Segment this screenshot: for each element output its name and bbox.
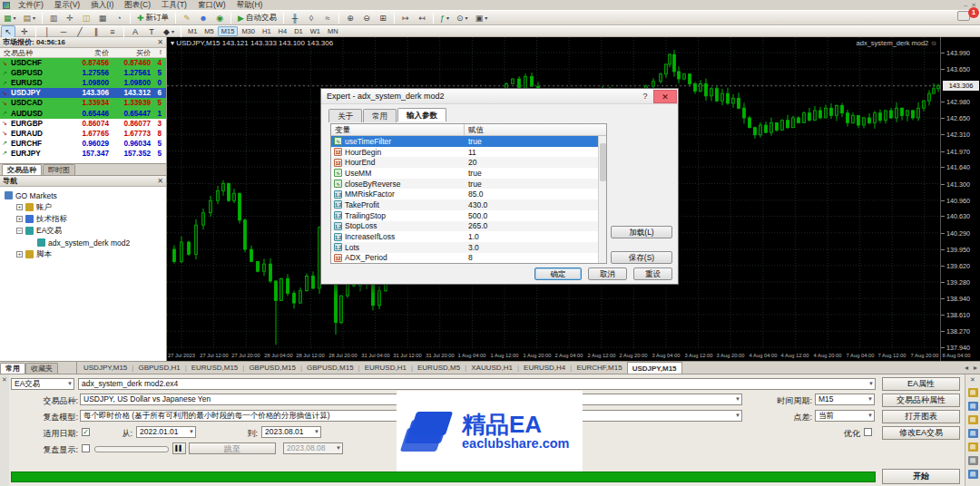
strategy-tester-toggle[interactable]: ◔: [112, 12, 126, 24]
tree-expander[interactable]: +: [16, 251, 23, 258]
chart-collapse-icon[interactable]: ▾: [171, 39, 174, 47]
market-watch-row[interactable]: ↗AUDUSD0.654460.654471: [0, 108, 166, 118]
table-scrollbar[interactable]: [598, 136, 606, 263]
market-watch-row[interactable]: ↘EURAUD1.677651.677738: [0, 129, 166, 139]
timeframe-h4[interactable]: H4: [275, 26, 291, 36]
chart-tab[interactable]: GBPUSD,H1: [133, 362, 184, 374]
column-spread[interactable]: !: [151, 48, 163, 57]
chart-tab[interactable]: XAUUSD,H1: [466, 362, 517, 374]
dock-icon[interactable]: ▤: [968, 388, 978, 397]
terminal-toggle[interactable]: ▦: [95, 12, 110, 24]
parameter-value[interactable]: 85.0: [465, 190, 606, 199]
menu-item[interactable]: 图表(C): [119, 0, 156, 10]
tester-ea-select[interactable]: adx_system_derk mod2.ex4▼: [78, 378, 876, 390]
use-date-checkbox[interactable]: ✓: [82, 428, 90, 436]
profiles-button[interactable]: ▤▾: [21, 12, 39, 24]
chart-tab[interactable]: GBPUSD,M15: [244, 362, 300, 374]
parameter-row[interactable]: 12HourBegin11: [331, 147, 606, 158]
tree-expander[interactable]: +: [16, 204, 23, 210]
timeframe-m1[interactable]: M1: [184, 26, 201, 36]
zoom-in-button[interactable]: ⊕: [343, 12, 358, 24]
parameter-row[interactable]: 1.2StopLoss265.0: [331, 221, 606, 232]
new-order-button[interactable]: ✚新订单: [134, 12, 172, 24]
chart-tab[interactable]: USDJPY,M15: [79, 362, 132, 374]
chart-candles-button[interactable]: ◊: [304, 12, 318, 24]
timeframe-m5[interactable]: M5: [201, 26, 217, 36]
new-chart-button[interactable]: ▦▾: [1, 12, 19, 24]
save-button[interactable]: 保存(S): [611, 251, 672, 264]
pause-button[interactable]: ▌▌: [172, 442, 186, 454]
parameter-value[interactable]: 265.0: [465, 221, 606, 230]
modify-ea-button[interactable]: 修改EA交易: [882, 426, 960, 440]
column-value[interactable]: 赋值: [465, 124, 606, 135]
navigator-node[interactable]: adx_system_derk mod2: [3, 237, 166, 248]
market-watch-row[interactable]: ↘USDJPY143.306143.3126: [0, 88, 166, 98]
parameter-row[interactable]: 1.2Lots3.0: [331, 242, 606, 253]
jump-button[interactable]: 跳至: [189, 442, 276, 454]
channel-tool[interactable]: ∥: [89, 25, 103, 38]
horizontal-line-tool[interactable]: ─: [56, 25, 71, 38]
text-label-tool[interactable]: T: [144, 25, 159, 38]
metaeditor-button[interactable]: ✎: [180, 12, 194, 24]
parameter-row[interactable]: 1.2TakeProfit430.0: [331, 199, 606, 210]
chart-tab[interactable]: EURUSD,H1: [360, 362, 411, 374]
close-icon[interactable]: ✕: [0, 376, 9, 384]
market-watch-toggle[interactable]: ▥: [46, 12, 61, 24]
close-icon[interactable]: ✕: [965, 376, 980, 384]
parameter-row[interactable]: 1.2IncreaseIfLoss1.0: [331, 231, 606, 242]
load-button[interactable]: 加载(L): [611, 226, 672, 238]
navigator-node[interactable]: −EA交易: [3, 225, 166, 237]
timeframe-w1[interactable]: W1: [307, 26, 324, 36]
dock-icon[interactable]: ▤: [968, 456, 978, 465]
parameter-value[interactable]: 20: [465, 158, 606, 167]
optimize-checkbox[interactable]: [864, 428, 872, 436]
market-watch-row[interactable]: ↗EURUSD1.098001.098000: [0, 78, 166, 88]
timeframe-m30[interactable]: M30: [238, 26, 259, 36]
tab-scroll-right-icon[interactable]: ▸: [971, 364, 980, 372]
parameter-value[interactable]: 11: [465, 148, 606, 157]
navigator-node[interactable]: +脚本: [3, 248, 166, 260]
community-button[interactable]: ☻: [196, 12, 211, 24]
chart-tab[interactable]: EURUSD,M15: [187, 362, 243, 374]
autotrading-button[interactable]: ▶自动交易: [235, 12, 279, 24]
timeframe-m15[interactable]: M15: [218, 26, 239, 36]
navigator-tab[interactable]: 常用: [0, 363, 25, 374]
periods-button[interactable]: ⊙▾: [454, 12, 471, 24]
market-watch-row[interactable]: ↗EURCHF0.960290.960345: [0, 139, 166, 149]
navigator-node[interactable]: +技术指标: [3, 213, 166, 225]
dock-icon[interactable]: ▤: [968, 442, 978, 452]
market-watch-row[interactable]: ↘EURGBP0.860740.860773: [0, 119, 166, 129]
column-bid[interactable]: 卖价: [65, 48, 109, 57]
timeframe-d1[interactable]: D1: [290, 26, 307, 36]
cursor-tool[interactable]: ↖: [1, 25, 15, 38]
chart-bars-button[interactable]: ╫: [288, 12, 302, 24]
indicators-button[interactable]: ƒ▾: [437, 12, 452, 24]
parameter-row[interactable]: 1.2MMRiskFactor85.0: [331, 189, 606, 199]
cancel-button[interactable]: 取消: [588, 267, 627, 280]
dock-icon[interactable]: ▤: [968, 429, 978, 438]
parameter-value[interactable]: true: [465, 169, 606, 178]
close-button[interactable]: ✕: [653, 90, 677, 103]
dialog-tab[interactable]: 常用: [363, 109, 397, 122]
close-icon[interactable]: ✕: [157, 177, 163, 185]
timeframe-mn[interactable]: MN: [324, 26, 342, 36]
visual-speed-slider[interactable]: [94, 446, 169, 452]
dialog-titlebar[interactable]: Expert - adx_system_derk mod2 ? ✕: [321, 89, 678, 104]
menu-item[interactable]: 工具(T): [156, 0, 192, 10]
parameter-row[interactable]: ∿UseMMtrue: [331, 168, 606, 179]
dialog-tab[interactable]: 关于: [328, 109, 362, 122]
chart-tab[interactable]: GBPUSD,M15: [302, 362, 358, 374]
navigator-toggle[interactable]: ◫: [79, 12, 93, 24]
parameter-row[interactable]: 1.2TrailingStop500.0: [331, 210, 606, 221]
menu-item[interactable]: 文件(F): [13, 0, 49, 10]
menu-item[interactable]: 显示(V): [49, 0, 85, 10]
parameter-row[interactable]: 12ADX_Period8: [331, 253, 606, 264]
chart-tab[interactable]: EURUSD,M5: [413, 362, 465, 374]
crosshair-tool[interactable]: ✛: [17, 25, 32, 38]
tree-expander[interactable]: −: [16, 228, 23, 234]
text-tool[interactable]: A: [128, 25, 142, 38]
column-ask[interactable]: 买价: [109, 48, 151, 57]
dialog-tab[interactable]: 输入参数: [397, 108, 446, 122]
ea-smiley-icon[interactable]: ☺: [930, 39, 937, 47]
templates-button[interactable]: ▣▾: [473, 12, 491, 24]
